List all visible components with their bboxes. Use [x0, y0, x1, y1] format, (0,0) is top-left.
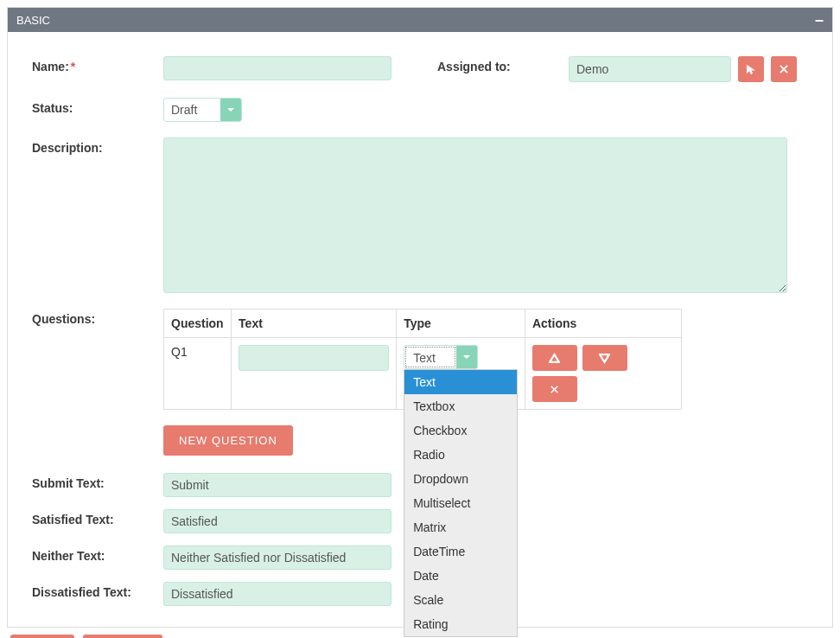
type-option-text[interactable]: Text [404, 370, 517, 394]
move-up-button[interactable] [532, 345, 577, 371]
basic-panel: BASIC – Name:* Assigned to: Demo [7, 7, 833, 628]
satisfied-text-input[interactable] [163, 509, 391, 533]
neither-text-label: Neither Text: [32, 545, 163, 563]
type-option-matrix[interactable]: Matrix [404, 515, 517, 539]
questions-label: Questions: [32, 309, 163, 326]
col-header-text: Text [232, 309, 397, 338]
question-type-value: Text [405, 347, 455, 367]
question-type-cell: Text Text Textbox Checkbox [397, 338, 525, 410]
type-option-radio[interactable]: Radio [404, 443, 517, 467]
status-select[interactable]: Draft [163, 98, 242, 122]
triangle-up-icon [549, 353, 560, 364]
submit-text-input[interactable] [163, 473, 391, 497]
dissatisfied-text-input[interactable] [163, 582, 391, 606]
collapse-icon[interactable]: – [815, 12, 824, 28]
col-header-question: Question [164, 309, 232, 338]
assigned-to-label: Assigned to: [437, 56, 569, 73]
questions-table: Question Text Type Actions Q1 [163, 309, 682, 410]
delete-question-button[interactable] [532, 376, 577, 402]
question-text-cell [232, 338, 397, 410]
triangle-down-icon [599, 353, 610, 364]
panel-header: BASIC – [8, 8, 832, 32]
neither-text-input[interactable] [163, 545, 391, 570]
chevron-down-icon [220, 99, 241, 121]
type-option-checkbox[interactable]: Checkbox [404, 418, 517, 443]
cursor-icon [745, 63, 757, 75]
question-actions-cell [525, 338, 681, 410]
type-dropdown-menu: Text Textbox Checkbox Radio Dropdown Mul… [404, 369, 518, 637]
assign-clear-button[interactable] [771, 56, 797, 82]
new-question-button[interactable]: NEW QUESTION [163, 425, 293, 456]
chevron-down-icon [456, 346, 477, 368]
question-id-cell: Q1 [164, 338, 232, 410]
name-input[interactable] [163, 56, 391, 80]
question-text-input[interactable] [239, 345, 389, 371]
panel-body: Name:* Assigned to: Demo [8, 32, 832, 627]
move-down-button[interactable] [582, 345, 627, 371]
cancel-button[interactable]: CANCEL [83, 635, 163, 638]
table-row: Q1 Text [164, 338, 682, 410]
type-option-textbox[interactable]: Textbox [404, 394, 517, 418]
assign-pick-button[interactable] [738, 56, 764, 82]
type-option-multiselect[interactable]: Multiselect [404, 491, 517, 515]
col-header-type: Type [397, 309, 525, 338]
table-header-row: Question Text Type Actions [164, 309, 682, 338]
name-label-text: Name: [32, 60, 69, 73]
type-option-date[interactable]: Date [404, 564, 517, 588]
type-option-scale[interactable]: Scale [404, 588, 517, 612]
dissatisfied-text-label: Dissatisfied Text: [32, 582, 163, 599]
type-option-datetime[interactable]: DateTime [404, 539, 517, 564]
type-option-rating[interactable]: Rating [404, 612, 517, 636]
panel-title: BASIC [16, 14, 50, 27]
name-label: Name:* [32, 56, 163, 73]
description-label: Description: [32, 137, 163, 155]
required-asterisk: * [71, 60, 75, 73]
question-type-select[interactable]: Text [404, 345, 478, 369]
spacer [32, 425, 163, 429]
submit-text-label: Submit Text: [32, 473, 163, 490]
status-label: Status: [32, 98, 163, 115]
status-select-value: Draft [164, 99, 220, 120]
col-header-actions: Actions [525, 309, 681, 338]
satisfied-text-label: Satisfied Text: [32, 509, 163, 526]
type-option-dropdown[interactable]: Dropdown [404, 467, 517, 491]
assigned-to-value[interactable]: Demo [569, 56, 731, 82]
close-icon [778, 63, 790, 75]
close-icon [549, 384, 560, 395]
save-button[interactable]: SAVE [10, 635, 74, 638]
description-textarea[interactable] [163, 137, 787, 293]
